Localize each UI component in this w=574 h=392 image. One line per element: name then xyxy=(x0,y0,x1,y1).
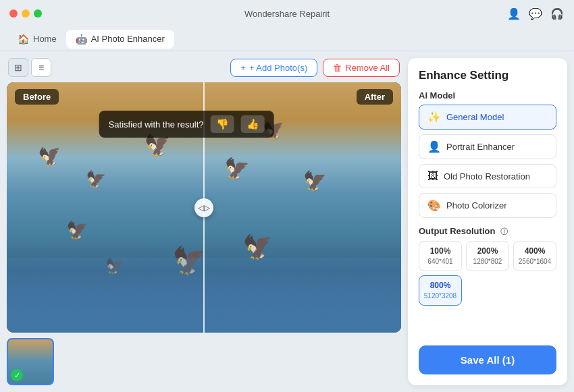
colorizer-model-icon: 🎨 xyxy=(427,199,441,212)
res-800-percent: 800% xyxy=(422,280,459,291)
bird-10: 🦅 xyxy=(105,257,124,276)
res-800-button[interactable]: 800% 5120*3208 xyxy=(419,275,462,306)
res-100-percent: 100% xyxy=(422,246,459,257)
grid-view-button[interactable]: ⊞ xyxy=(8,58,28,77)
res-200-percent: 200% xyxy=(469,246,506,257)
remove-all-button[interactable]: 🗑 Remove All xyxy=(323,59,400,77)
general-model-icon: ✨ xyxy=(427,111,441,123)
nav-home-label: Home xyxy=(33,34,57,44)
app-title: Wondershare Repairit xyxy=(244,9,330,19)
titlebar-actions: 👤 💬 🎧 xyxy=(508,7,563,20)
res-100-button[interactable]: 100% 640*401 xyxy=(419,241,462,271)
resolution-label: Output Resolution ⓘ xyxy=(419,226,556,237)
res-400-percent: 400% xyxy=(517,246,553,257)
main-content: ⊞ ≡ + + Add Photo(s) 🗑 Remove All 🦅 xyxy=(0,51,574,392)
close-dot[interactable] xyxy=(9,9,18,18)
satisfaction-text: Satisfied with the result? xyxy=(109,119,204,130)
res-200-button[interactable]: 200% 1280*802 xyxy=(466,241,509,271)
right-panel: Enhance Setting AI Model ✨ General Model… xyxy=(408,58,567,385)
toolbar-actions: + + Add Photo(s) 🗑 Remove All xyxy=(230,59,400,77)
bird-7: 🦅 xyxy=(302,169,327,193)
add-icon: + xyxy=(240,63,246,73)
thumbnail-1[interactable]: ✓ xyxy=(7,338,54,385)
photo-background: 🦅 🦅 🦅 🦅 🦅 🦅 🦅 🦅 🦅 🦅 Before After xyxy=(7,82,401,333)
oldphoto-model-icon: 🖼 xyxy=(427,170,438,182)
resolution-section: Output Resolution ⓘ 100% 640*401 200% 12… xyxy=(419,226,556,306)
minimize-dot[interactable] xyxy=(22,9,30,18)
bird-2: 🦅 xyxy=(85,169,107,190)
res-400-button[interactable]: 400% 2560*1604 xyxy=(513,241,556,271)
model-general-button[interactable]: ✨ General Model xyxy=(419,105,556,130)
before-label: Before xyxy=(15,89,59,105)
model-colorizer-button[interactable]: 🎨 Photo Colorizer xyxy=(419,193,556,218)
titlebar: Wondershare Repairit 👤 💬 🎧 xyxy=(0,0,574,27)
res-800-dims: 5120*3208 xyxy=(422,291,459,301)
window-controls xyxy=(9,9,42,18)
toolbar: ⊞ ≡ + + Add Photo(s) 🗑 Remove All xyxy=(7,58,401,77)
portrait-model-icon: 👤 xyxy=(427,140,441,153)
image-viewer: 🦅 🦅 🦅 🦅 🦅 🦅 🦅 🦅 🦅 🦅 Before After xyxy=(7,82,401,333)
nav-photo-enhancer[interactable]: 🤖 AI Photo Enhancer xyxy=(66,30,174,49)
bird-4: 🦅 xyxy=(66,220,88,241)
add-photos-label: + Add Photo(s) xyxy=(249,63,307,73)
thumbup-button[interactable]: 👍 xyxy=(241,115,265,133)
add-photos-button[interactable]: + + Add Photo(s) xyxy=(230,59,317,77)
maximize-dot[interactable] xyxy=(34,9,42,18)
navbar: 🏠 Home 🤖 AI Photo Enhancer xyxy=(0,27,574,51)
chat-icon[interactable]: 💬 xyxy=(529,7,542,20)
bird-5: 🦅 xyxy=(222,156,251,183)
oldphoto-model-label: Old Photo Restoration xyxy=(444,171,530,181)
satisfaction-tooltip: Satisfied with the result? 👎 👍 xyxy=(99,111,274,138)
panel-title: Enhance Setting xyxy=(419,69,556,82)
list-view-button[interactable]: ≡ xyxy=(31,58,51,77)
ai-model-section: AI Model ✨ General Model 👤 Portrait Enha… xyxy=(419,90,556,218)
colorizer-model-label: Photo Colorizer xyxy=(446,200,507,211)
trash-icon: 🗑 xyxy=(333,63,342,73)
bird-1: 🦅 xyxy=(36,143,63,169)
divider-handle[interactable]: ◁▷ xyxy=(194,198,213,217)
headset-icon[interactable]: 🎧 xyxy=(551,7,563,20)
resolution-info-icon: ⓘ xyxy=(500,227,508,235)
bird-9: 🦅 xyxy=(242,231,275,262)
view-toggle: ⊞ ≡ xyxy=(8,58,51,77)
user-icon[interactable]: 👤 xyxy=(508,7,520,20)
thumbnail-check-icon: ✓ xyxy=(11,369,23,381)
nav-enhancer-label: AI Photo Enhancer xyxy=(91,34,165,44)
remove-label: Remove All xyxy=(345,63,390,73)
after-label: After xyxy=(357,89,393,105)
bird-8: 🦅 xyxy=(172,245,206,277)
thumbdown-button[interactable]: 👎 xyxy=(211,115,234,133)
model-oldphoto-button[interactable]: 🖼 Old Photo Restoration xyxy=(419,164,556,188)
resolution-label-text: Output Resolution xyxy=(419,226,495,236)
res-100-dims: 640*401 xyxy=(422,257,459,267)
model-portrait-button[interactable]: 👤 Portrait Enhancer xyxy=(419,134,556,159)
enhancer-icon: 🤖 xyxy=(76,34,87,45)
ai-models-list: ✨ General Model 👤 Portrait Enhancer 🖼 Ol… xyxy=(419,105,556,218)
left-panel: ⊞ ≡ + + Add Photo(s) 🗑 Remove All 🦅 xyxy=(7,58,401,385)
home-icon: 🏠 xyxy=(18,34,29,45)
res-200-dims: 1280*802 xyxy=(469,257,506,267)
res-400-dims: 2560*1604 xyxy=(517,257,553,267)
ai-model-label: AI Model xyxy=(419,90,556,101)
thumbnail-strip: ✓ xyxy=(7,338,401,385)
save-all-button[interactable]: Save All (1) xyxy=(419,345,556,374)
portrait-model-label: Portrait Enhancer xyxy=(446,142,515,152)
general-model-label: General Model xyxy=(446,112,504,122)
resolution-grid: 100% 640*401 200% 1280*802 400% 2560*160… xyxy=(419,241,556,306)
nav-home[interactable]: 🏠 Home xyxy=(8,30,66,49)
